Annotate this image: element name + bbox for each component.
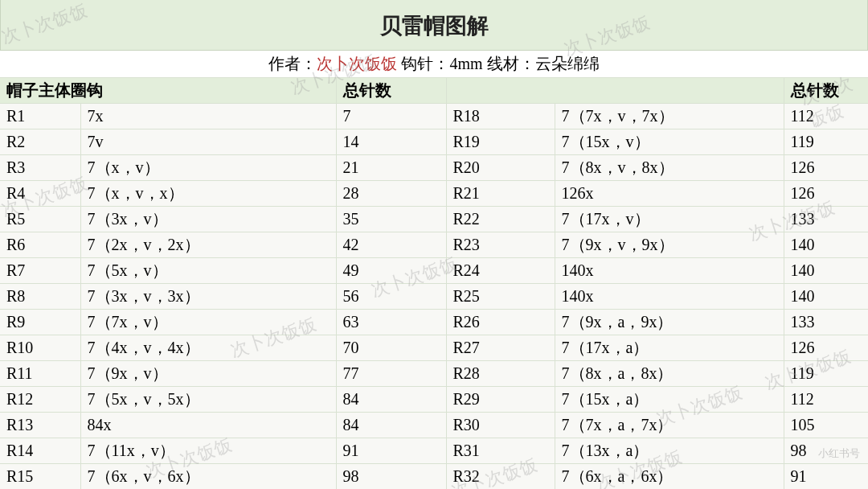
count-right: 126 [784,155,868,181]
row-id-left: R15 [0,464,80,490]
page-title: 贝雷帽图解 [1,11,867,40]
pattern-right: 140x [555,284,784,310]
row-id-right: R28 [446,361,555,387]
count-left: 70 [336,335,446,361]
pattern-left: 7（9x，v） [80,361,336,387]
row-id-right: R32 [446,464,555,490]
table-row: R47（x，v，x）28R21126x126 [0,181,868,207]
pattern-left: 7（7x，v） [80,310,336,335]
row-id-right: R22 [446,207,555,232]
pattern-right: 7（7x，a，7x） [555,413,784,438]
table-row: R27v14R197（15x，v）119 [0,129,868,155]
header-stitch-count-right: 总针数 [784,78,868,104]
count-left: 84 [336,387,446,413]
row-id-left: R11 [0,361,80,387]
row-id-left: R6 [0,232,80,258]
count-left: 14 [336,129,446,155]
table-row: R1384x84R307（7x，a，7x）105 [0,413,868,438]
pattern-right: 7（9x，a，9x） [555,310,784,335]
row-id-right: R26 [446,310,555,335]
yarn-info: 线材：云朵绵绵 [483,55,600,72]
count-right: 98 [784,438,868,464]
row-id-right: R19 [446,129,555,155]
row-id-left: R5 [0,207,80,232]
row-id-left: R9 [0,310,80,335]
table-header-row: 帽子主体圈钩 总针数 总针数 [0,78,868,104]
table-row: R57（3x，v）35R227（17x，v）133 [0,207,868,232]
table-row: R97（7x，v）63R267（9x，a，9x）133 [0,310,868,335]
pattern-right: 126x [555,181,784,207]
pattern-left: 7（x，v） [80,155,336,181]
row-id-right: R24 [446,258,555,284]
count-left: 28 [336,181,446,207]
count-left: 98 [336,464,446,490]
subtitle: 作者：次卜次饭饭 钩针：4mm 线材：云朵绵绵 [0,51,868,77]
pattern-left: 7（6x，v，6x） [80,464,336,490]
table-row: R67（2x，v，2x）42R237（9x，v，9x）140 [0,232,868,258]
pattern-right: 7（7x，v，7x） [555,104,784,129]
count-left: 91 [336,438,446,464]
pattern-right: 7（15x，v） [555,129,784,155]
row-id-left: R14 [0,438,80,464]
table-row: R127（5x，v，5x）84R297（15x，a）112 [0,387,868,413]
pattern-left: 7（3x，v） [80,207,336,232]
title-bar: 贝雷帽图解 [0,0,868,51]
row-id-right: R25 [446,284,555,310]
table-row: R157（6x，v，6x）98R327（6x，a，6x）91 [0,464,868,490]
table-row: R87（3x，v，3x）56R25140x140 [0,284,868,310]
pattern-right: 7（8x，a，8x） [555,361,784,387]
count-right: 133 [784,310,868,335]
pattern-right: 7（17x，a） [555,335,784,361]
count-left: 7 [336,104,446,129]
row-id-right: R31 [446,438,555,464]
count-right: 105 [784,413,868,438]
count-left: 77 [336,361,446,387]
row-id-right: R18 [446,104,555,129]
table-row: R77（5x，v）49R24140x140 [0,258,868,284]
count-left: 49 [336,258,446,284]
row-id-left: R1 [0,104,80,129]
pattern-left: 7（11x，v） [80,438,336,464]
table-row: R117（9x，v）77R287（8x，a，8x）119 [0,361,868,387]
table-row: R107（4x，v，4x）70R277（17x，a）126 [0,335,868,361]
pattern-right: 7（17x，v） [555,207,784,232]
row-id-right: R27 [446,335,555,361]
count-right: 140 [784,284,868,310]
count-right: 119 [784,129,868,155]
pattern-right: 7（8x，v，8x） [555,155,784,181]
count-left: 63 [336,310,446,335]
pattern-table: 帽子主体圈钩 总针数 总针数 R17x7R187（7x，v，7x）112R27v… [0,77,868,489]
pattern-right: 7（9x，v，9x） [555,232,784,258]
count-left: 42 [336,232,446,258]
pattern-right: 7（15x，a） [555,387,784,413]
count-left: 35 [336,207,446,232]
row-id-left: R13 [0,413,80,438]
row-id-left: R4 [0,181,80,207]
pattern-left: 7（x，v，x） [80,181,336,207]
row-id-left: R2 [0,129,80,155]
row-id-right: R23 [446,232,555,258]
row-id-left: R3 [0,155,80,181]
count-right: 126 [784,335,868,361]
count-left: 84 [336,413,446,438]
count-right: 91 [784,464,868,490]
count-right: 133 [784,207,868,232]
author-label: 作者： [268,55,317,72]
pattern-left: 7（4x，v，4x） [80,335,336,361]
count-right: 112 [784,104,868,129]
count-left: 21 [336,155,446,181]
row-id-right: R20 [446,155,555,181]
row-id-left: R10 [0,335,80,361]
count-left: 56 [336,284,446,310]
pattern-left: 7（5x，v） [80,258,336,284]
table-row: R17x7R187（7x，v，7x）112 [0,104,868,129]
row-id-right: R21 [446,181,555,207]
author-name: 次卜次饭饭 [317,55,397,72]
header-empty [446,78,784,104]
hook-info: 钩针：4mm [397,55,482,72]
header-stitch-count-left: 总针数 [336,78,446,104]
table-row: R37（x，v）21R207（8x，v，8x）126 [0,155,868,181]
row-id-right: R30 [446,413,555,438]
count-right: 126 [784,181,868,207]
row-id-left: R12 [0,387,80,413]
